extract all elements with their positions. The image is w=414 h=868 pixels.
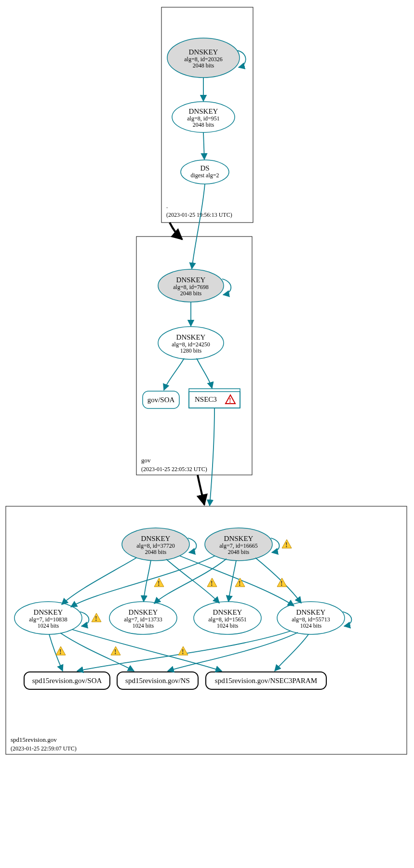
svg-text:alg=8, id=37720: alg=8, id=37720 [136,542,175,549]
warning-icon: ! [154,578,164,587]
node-gov-nsec3[interactable]: NSEC3 ! [189,389,240,408]
svg-text:!: ! [285,541,288,549]
svg-text:DNSKEY: DNSKEY [129,608,158,616]
svg-text:!: ! [59,648,62,656]
node-leaf-n3p[interactable]: spd15revision.gov/NSEC3PARAM [206,672,326,689]
zone-root-name: . [166,202,168,210]
svg-text:2048 bits: 2048 bits [193,121,214,128]
svg-text:!: ! [114,648,117,656]
svg-text:2048 bits: 2048 bits [145,549,167,555]
svg-text:DNSKEY: DNSKEY [189,107,218,115]
svg-text:NSEC3: NSEC3 [195,395,217,403]
node-root-zsk[interactable]: DNSKEY alg=8, id=951 2048 bits [172,102,235,132]
warning-icon: ! [56,646,66,656]
svg-text:1024 bits: 1024 bits [217,622,239,629]
node-leaf-ksk8[interactable]: DNSKEY alg=8, id=37720 2048 bits [122,528,189,561]
svg-text:!: ! [239,580,241,587]
node-root-ds[interactable]: DS digest alg=2 [181,160,229,184]
node-root-ksk[interactable]: DNSKEY alg=8, id=20326 2048 bits [167,38,240,78]
svg-text:alg=8, id=20326: alg=8, id=20326 [184,56,223,63]
svg-text:DNSKEY: DNSKEY [34,608,63,616]
zone-gov-ts: (2023-01-25 22:05:32 UTC) [141,466,207,473]
node-gov-soa[interactable]: gov/SOA [143,391,179,408]
svg-text:!: ! [211,580,213,587]
svg-text:digest alg=2: digest alg=2 [190,172,219,179]
warning-icon: ! [178,646,188,656]
svg-text:1024 bits: 1024 bits [300,622,322,629]
warning-icon: ! [282,539,292,549]
svg-text:!: ! [182,648,184,656]
svg-text:alg=8, id=24250: alg=8, id=24250 [172,341,210,348]
zone-gov: gov (2023-01-25 22:05:32 UTC) DNSKEY alg… [136,184,252,475]
warning-icon: ! [92,613,101,622]
svg-text:spd15revision.gov/SOA: spd15revision.gov/SOA [32,677,102,684]
node-leaf-z2[interactable]: DNSKEY alg=7, id=13733 1024 bits [109,602,177,634]
svg-text:DNSKEY: DNSKEY [176,333,206,341]
svg-text:spd15revision.gov/NS: spd15revision.gov/NS [125,677,190,684]
svg-text:alg=7, id=10838: alg=7, id=10838 [29,616,67,623]
zone-gov-name: gov [141,457,151,464]
node-gov-ksk[interactable]: DNSKEY alg=8, id=7698 2048 bits [158,269,224,302]
warning-icon: ! [207,578,217,587]
zone-root: . (2023-01-25 19:56:13 UTC) DNSKEY alg=8… [161,7,253,223]
zone-root-ts: (2023-01-25 19:56:13 UTC) [166,211,232,218]
warning-icon: ! [277,578,287,587]
svg-text:DNSKEY: DNSKEY [189,48,218,56]
node-leaf-z3[interactable]: DNSKEY alg=8, id=15651 1024 bits [194,602,261,634]
svg-text:2048 bits: 2048 bits [193,62,214,69]
svg-text:DNSKEY: DNSKEY [141,535,171,542]
svg-text:DS: DS [200,164,209,172]
svg-text:spd15revision.gov/NSEC3PARAM: spd15revision.gov/NSEC3PARAM [215,677,317,684]
svg-text:alg=8, id=55713: alg=8, id=55713 [292,616,330,623]
svg-text:1024 bits: 1024 bits [133,622,154,629]
svg-text:!: ! [95,615,97,622]
svg-text:alg=8, id=951: alg=8, id=951 [187,115,220,122]
svg-text:gov/SOA: gov/SOA [147,396,175,404]
zone-leaf-ts: (2023-01-25 22:59:07 UTC) [11,745,77,752]
dnssec-graph: . (2023-01-25 19:56:13 UTC) DNSKEY alg=8… [0,0,414,868]
warning-icon: ! [235,578,245,587]
svg-text:!: ! [229,397,231,404]
svg-text:DNSKEY: DNSKEY [296,608,326,616]
svg-text:DNSKEY: DNSKEY [176,276,206,284]
svg-text:!: ! [280,580,283,587]
zone-leaf: spd15revision.gov (2023-01-25 22:59:07 U… [6,408,407,754]
node-leaf-ns[interactable]: spd15revision.gov/NS [117,672,198,689]
svg-text:DNSKEY: DNSKEY [224,535,254,542]
node-leaf-ksk7[interactable]: DNSKEY alg=7, id=16665 2048 bits [205,528,272,561]
svg-text:DNSKEY: DNSKEY [213,608,242,616]
zone-leaf-name: spd15revision.gov [11,736,57,743]
svg-text:alg=8, id=15651: alg=8, id=15651 [208,616,247,623]
svg-text:alg=8, id=7698: alg=8, id=7698 [173,284,209,290]
node-leaf-z4[interactable]: DNSKEY alg=8, id=55713 1024 bits [277,602,345,634]
svg-text:alg=7, id=16665: alg=7, id=16665 [219,542,258,549]
svg-text:1280 bits: 1280 bits [180,347,202,354]
svg-text:alg=7, id=13733: alg=7, id=13733 [124,616,162,623]
warning-icon: ! [111,646,120,656]
node-gov-zsk[interactable]: DNSKEY alg=8, id=24250 1280 bits [158,327,224,359]
svg-text:!: ! [158,580,160,587]
svg-text:1024 bits: 1024 bits [38,622,59,629]
svg-text:2048 bits: 2048 bits [180,290,202,297]
svg-text:2048 bits: 2048 bits [228,549,250,555]
node-leaf-soa[interactable]: spd15revision.gov/SOA [24,672,110,689]
